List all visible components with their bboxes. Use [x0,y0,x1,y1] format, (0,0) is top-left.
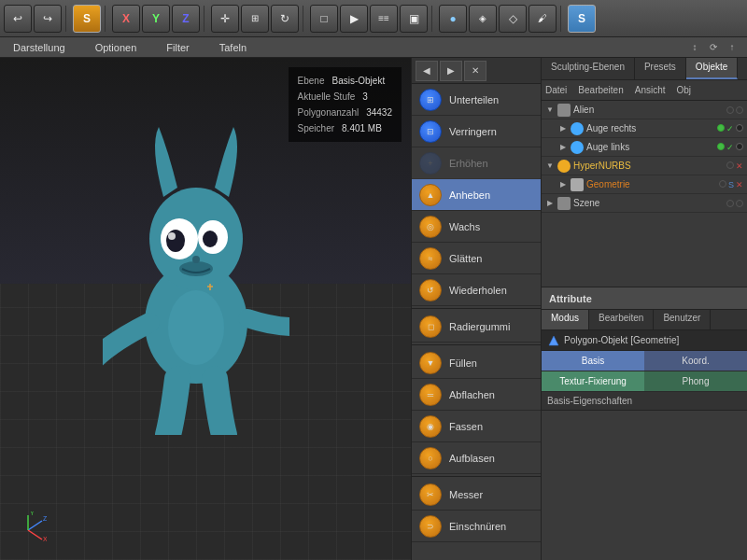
obj-dot-auge-links-3 [736,143,743,150]
obj-dot-auge-rechts-1 [717,124,725,132]
obj-dot-szene-1 [726,200,734,207]
attr-cell-basis[interactable]: Basis [542,351,644,371]
tool-messer[interactable]: ✂ Messer [412,479,541,511]
submenu-bearbeiten[interactable]: Bearbeiten [578,85,623,95]
tab-presets[interactable]: Presets [635,58,686,79]
submenu-ansicht[interactable]: Ansicht [635,85,666,95]
tool-erhoehen: + Erhöhen [412,147,541,179]
tool-fassen[interactable]: ◉ Fassen [412,411,541,442]
toolbar-camera[interactable]: ▶ [340,5,368,33]
toolbar-s-mode[interactable]: S [73,5,101,33]
svg-line-15 [28,530,42,539]
menu-tafeln[interactable]: Tafeln [214,40,252,55]
tool-label-erhoehen: Erhöhen [449,158,488,169]
obj-toggle-geometrie[interactable]: ▶ [558,180,568,189]
tool-label-einschnueren: Einschnüren [449,521,506,532]
toolbar-x-axis[interactable]: X [112,5,140,33]
toolbar-redo[interactable]: ↪ [34,5,62,33]
obj-check-auge-links: ✓ [726,143,734,152]
toolbar-undo[interactable]: ↩ [4,5,32,33]
toolbar-sculpt[interactable]: S [568,5,596,33]
svg-text:Y: Y [30,511,35,516]
tool-icon-verringern: ⊟ [419,120,442,143]
toolbar-paint[interactable]: 🖌 [529,5,557,33]
tools-header-collapse[interactable]: ◀ [416,61,438,81]
attribute-panel: Attribute Modus Bearbeiten Benutzer Poly… [542,287,747,560]
toolbar-deformer[interactable]: ◇ [499,5,527,33]
submenu-datei[interactable]: Datei [545,85,567,95]
tool-icon-anheben: ▲ [419,184,442,206]
menu-darstellung[interactable]: Darstellung [7,40,71,55]
tool-label-messer: Messer [449,489,483,500]
toolbar-sep-2 [105,6,108,32]
tool-abflachen[interactable]: ═ Abflachen [412,379,541,411]
menu-icon-up[interactable]: ↑ [725,40,740,55]
tools-separator [412,308,541,309]
obj-row-hypernurbs[interactable]: ▼ HyperNURBS ✕ [542,157,747,175]
tool-wiederholen[interactable]: ↺ Wiederholen [412,274,541,306]
toolbar-render[interactable]: ▣ [400,5,428,33]
attr-cell-textur[interactable]: Textur-Fixierung [542,371,644,391]
toolbar-scale[interactable]: ⊞ [241,5,269,33]
toolbar-rotate[interactable]: ↻ [271,5,299,33]
tool-radiergummi[interactable]: ◻ Radiergummi [412,311,541,343]
menu-icon-nav[interactable]: ⟳ [706,40,721,55]
attr-tab-benutzer[interactable]: Benutzer [654,310,711,329]
obj-toggle-szene[interactable]: ▶ [545,199,555,208]
obj-row-alien[interactable]: ▼ Alien [542,101,747,119]
obj-toggle-hypernurbs[interactable]: ▼ [545,161,555,171]
toolbar-y-axis[interactable]: Y [142,5,170,33]
obj-dot-hypernurbs-1 [726,161,734,169]
attr-cell-koord[interactable]: Koord. [644,351,747,371]
obj-s-geometrie: S [728,180,734,189]
tool-fuellen[interactable]: ▼ Füllen [412,347,541,379]
tool-anheben[interactable]: ▲ Anheben [412,179,541,211]
obj-row-auge-links[interactable]: ▶ Auge links ✓ [542,138,747,157]
tool-label-aufblasen: Aufblasen [449,453,495,464]
toolbar-z-axis[interactable]: Z [172,5,200,33]
toolbar-material[interactable]: ◈ [469,5,497,33]
attribute-row-basis-koord: Basis Koord. [542,351,747,371]
toolbar-move[interactable]: ✛ [211,5,239,33]
attr-tab-modus[interactable]: Modus [542,310,589,329]
tab-sculpting-ebenen[interactable]: Sculpting-Ebenen [542,58,635,79]
toolbar-sep-1 [65,6,69,32]
tool-icon-messer: ✂ [419,483,442,506]
tool-label-unterteilen: Unterteilen [449,94,499,105]
info-label-speicher: Speicher [298,120,334,136]
obj-toggle-auge-links[interactable]: ▶ [558,143,568,152]
tool-label-wachs: Wachs [449,221,480,232]
toolbar-cube[interactable]: □ [310,5,338,33]
menu-filter[interactable]: Filter [161,40,194,55]
menu-optionen[interactable]: Optionen [90,40,143,55]
tab-objekte[interactable]: Objekte [686,58,738,79]
tool-unterteilen[interactable]: ⊞ Unterteilen [412,84,541,116]
obj-row-auge-rechts[interactable]: ▶ Auge rechts ✓ [542,119,747,138]
toolbar-film[interactable]: ≡≡ [370,5,398,33]
obj-icon-auge-rechts [571,122,584,135]
obj-dot-alien-2 [736,106,743,114]
tool-wachs[interactable]: ◎ Wachs [412,211,541,243]
obj-toggle-alien[interactable]: ▼ [545,105,555,115]
submenu-obj[interactable]: Obj [677,85,692,95]
tool-glaetten[interactable]: ≈ Glätten [412,243,541,274]
svg-text:Z: Z [43,515,47,522]
tools-header-close[interactable]: ✕ [464,61,486,81]
tools-header-expand[interactable]: ▶ [440,61,462,81]
tool-icon-glaetten: ≈ [419,247,442,270]
obj-row-szene[interactable]: ▶ Szene [542,194,747,213]
svg-point-9 [168,290,224,365]
viewport[interactable]: Ebene Basis-Objekt Aktuelle Stufe 3 Poly… [0,58,411,560]
toolbar-sep-3 [204,6,207,32]
obj-toggle-auge-rechts[interactable]: ▶ [558,124,568,133]
tool-verringern[interactable]: ⊟ Verringern [412,116,541,147]
menu-icon-arrows[interactable]: ↕ [687,40,702,55]
toolbar-globe[interactable]: ● [439,5,467,33]
obj-dots-szene [726,200,743,207]
obj-name-hypernurbs: HyperNURBS [573,161,726,171]
attr-cell-phong[interactable]: Phong [644,371,747,391]
tool-aufblasen[interactable]: ○ Aufblasen [412,442,541,474]
obj-row-geometrie[interactable]: ▶ Geometrie S ✕ [542,175,747,194]
attr-tab-bearbeiten[interactable]: Bearbeiten [589,310,654,329]
tool-einschnueren[interactable]: ⊃ Einschnüren [412,511,541,542]
